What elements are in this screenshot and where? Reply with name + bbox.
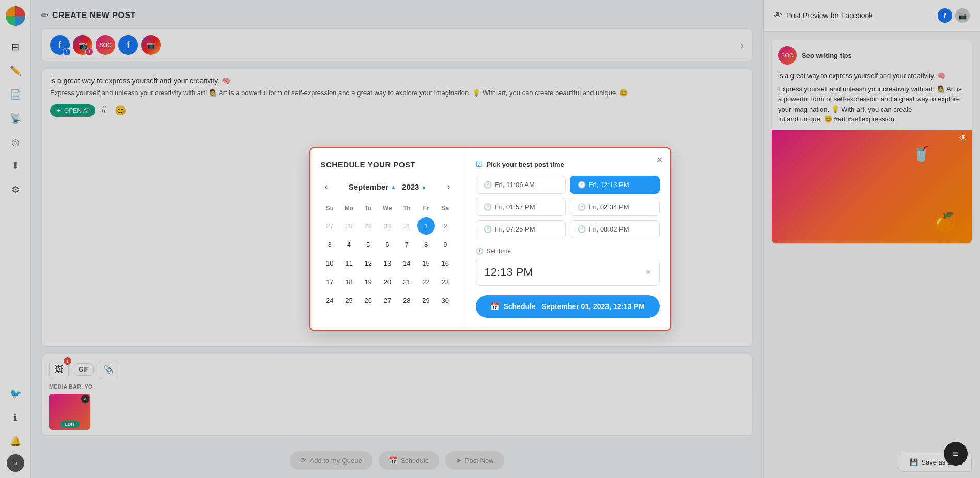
cal-day-27[interactable]: 27: [379, 291, 396, 309]
modal-overlay[interactable]: SCHEDULE YOUR POST ‹ September ▲ 2023 ▲ …: [0, 0, 980, 478]
time-option-6[interactable]: 🕐 Fri, 08:02 PM: [570, 220, 660, 238]
clock-icon-1: 🕐: [484, 181, 492, 189]
cal-day-25[interactable]: 25: [340, 291, 357, 309]
cal-day-3[interactable]: 3: [321, 236, 338, 253]
cal-day-6[interactable]: 6: [379, 236, 396, 253]
clock-icon-4: 🕐: [578, 203, 586, 211]
cal-day-1[interactable]: 1: [417, 217, 435, 235]
cal-day-16[interactable]: 16: [437, 254, 454, 272]
schedule-btn-label: Schedule September 01, 2023, 12:13 PM: [503, 302, 644, 311]
calendar-header: ‹ September ▲ 2023 ▲ ›: [321, 179, 455, 194]
day-header-mo: Mo: [340, 203, 358, 214]
cal-day-7[interactable]: 7: [398, 236, 415, 253]
year-dropdown-arrow: ▲: [421, 184, 426, 190]
cal-day-21[interactable]: 21: [398, 273, 415, 290]
day-header-sa: Sa: [436, 203, 454, 214]
set-time-section: 🕐 Set Time 12:13 PM ×: [476, 248, 660, 286]
cal-day-15[interactable]: 15: [417, 254, 435, 272]
clock-icon-2: 🕐: [578, 181, 586, 189]
month-dropdown-arrow: ▲: [391, 184, 396, 190]
cal-day-24[interactable]: 24: [321, 291, 338, 309]
fab-icon: ≡: [953, 448, 959, 460]
set-time-label: 🕐 Set Time: [476, 248, 660, 255]
day-header-tu: Tu: [359, 203, 377, 214]
schedule-confirm-icon: 📅: [490, 302, 499, 311]
cal-day-18[interactable]: 18: [340, 273, 357, 290]
cal-day-5[interactable]: 5: [360, 236, 377, 253]
cal-day-9[interactable]: 9: [437, 236, 454, 253]
modal-calendar-section: SCHEDULE YOUR POST ‹ September ▲ 2023 ▲ …: [310, 148, 465, 330]
day-header-fr: Fr: [417, 203, 435, 214]
time-option-4[interactable]: 🕐 Fri, 02:34 PM: [570, 198, 660, 216]
cal-day-28-prev[interactable]: 28: [340, 217, 357, 235]
calendar-month-year: September ▲ 2023 ▲: [349, 182, 427, 191]
cal-day-27-prev[interactable]: 27: [321, 217, 338, 235]
day-header-we: We: [378, 203, 396, 214]
cal-day-10[interactable]: 10: [321, 254, 338, 272]
cal-day-30-prev[interactable]: 30: [379, 217, 396, 235]
cal-day-14[interactable]: 14: [398, 254, 415, 272]
fab-menu-button[interactable]: ≡: [944, 442, 968, 466]
time-option-2[interactable]: 🕐 Fri, 12:13 PM: [570, 176, 660, 194]
cal-day-26[interactable]: 26: [360, 291, 377, 309]
calendar-check-icon: ☑: [476, 160, 483, 168]
cal-day-20[interactable]: 20: [379, 273, 396, 290]
clock-set-icon: 🕐: [476, 248, 484, 255]
cal-day-19[interactable]: 19: [360, 273, 377, 290]
cal-day-11[interactable]: 11: [340, 254, 357, 272]
best-post-time-label: Pick your best post time: [487, 161, 564, 168]
cal-day-17[interactable]: 17: [321, 273, 338, 290]
calendar-next-button[interactable]: ›: [443, 179, 455, 194]
modal-title: SCHEDULE YOUR POST: [321, 160, 455, 169]
time-display: 12:13 PM: [485, 266, 533, 279]
modal-time-section: × ☑ Pick your best post time 🕐 Fri, 11:0…: [465, 148, 670, 330]
clock-icon-3: 🕐: [484, 203, 492, 211]
time-options-grid: 🕐 Fri, 11:06 AM 🕐 Fri, 12:13 PM 🕐 Fri, 0…: [476, 176, 660, 238]
day-header-su: Su: [321, 203, 339, 214]
cal-day-29[interactable]: 29: [417, 291, 435, 309]
clock-icon-5: 🕐: [484, 225, 492, 233]
cal-day-23[interactable]: 23: [437, 273, 454, 290]
day-header-th: Th: [398, 203, 416, 214]
modal-close-button[interactable]: ×: [657, 154, 663, 166]
calendar-day-headers: Su Mo Tu We Th Fr Sa 27 28 29 30 31 1 2 …: [321, 203, 455, 309]
clock-icon-6: 🕐: [578, 225, 586, 233]
cal-day-13[interactable]: 13: [379, 254, 396, 272]
cal-day-22[interactable]: 22: [417, 273, 435, 290]
cal-day-2[interactable]: 2: [437, 217, 454, 235]
time-option-1[interactable]: 🕐 Fri, 11:06 AM: [476, 176, 566, 194]
cal-day-29-prev[interactable]: 29: [360, 217, 377, 235]
cal-day-8[interactable]: 8: [417, 236, 435, 253]
time-input-box[interactable]: 12:13 PM ×: [476, 259, 660, 286]
cal-day-12[interactable]: 12: [360, 254, 377, 272]
cal-day-31-prev[interactable]: 31: [398, 217, 415, 235]
calendar-prev-button[interactable]: ‹: [321, 179, 332, 194]
calendar-year: 2023 ▲: [402, 182, 426, 191]
schedule-confirm-button[interactable]: 📅 Schedule September 01, 2023, 12:13 PM: [476, 295, 660, 318]
time-option-3[interactable]: 🕐 Fri, 01:57 PM: [476, 198, 566, 216]
calendar-month: September ▲: [349, 182, 396, 191]
time-clear-button[interactable]: ×: [646, 268, 650, 277]
cal-day-30[interactable]: 30: [437, 291, 454, 309]
schedule-modal: SCHEDULE YOUR POST ‹ September ▲ 2023 ▲ …: [309, 147, 671, 331]
cal-day-28[interactable]: 28: [398, 291, 415, 309]
cal-day-4[interactable]: 4: [340, 236, 357, 253]
best-post-time-header: ☑ Pick your best post time: [476, 160, 660, 168]
time-option-5[interactable]: 🕐 Fri, 07:25 PM: [476, 220, 566, 238]
